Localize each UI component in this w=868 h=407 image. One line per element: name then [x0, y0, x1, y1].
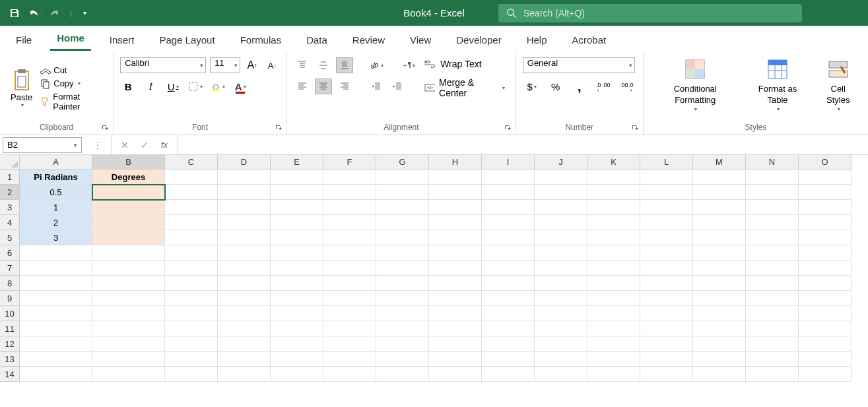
- cell[interactable]: [535, 276, 587, 291]
- tab-developer[interactable]: Developer: [450, 29, 508, 51]
- cell[interactable]: [20, 245, 92, 261]
- cell[interactable]: [376, 336, 429, 352]
- cell[interactable]: [92, 336, 165, 352]
- number-launcher-icon[interactable]: [631, 124, 639, 132]
- bold-button[interactable]: B: [120, 78, 136, 94]
- fill-color-button[interactable]: ▾: [210, 78, 226, 94]
- cell[interactable]: [376, 306, 429, 321]
- column-header[interactable]: H: [429, 155, 482, 170]
- cell[interactable]: [482, 230, 535, 245]
- row-header[interactable]: 9: [0, 291, 20, 306]
- cell[interactable]: [799, 291, 851, 306]
- cell[interactable]: [323, 291, 376, 306]
- cell[interactable]: [693, 245, 746, 261]
- cell[interactable]: [429, 245, 482, 261]
- cell[interactable]: [429, 215, 482, 230]
- cell[interactable]: [323, 261, 376, 276]
- wrap-text-button[interactable]: ab Wrap Text: [420, 57, 509, 71]
- qat-customize-button[interactable]: ▾: [77, 5, 93, 21]
- row-header[interactable]: 1: [0, 170, 20, 185]
- cell[interactable]: [587, 367, 640, 382]
- column-header[interactable]: M: [693, 155, 746, 170]
- cell[interactable]: [640, 321, 693, 336]
- cell[interactable]: [218, 352, 271, 367]
- cancel-formula-button[interactable]: ✕: [118, 139, 131, 152]
- cell[interactable]: [20, 367, 92, 382]
- column-header[interactable]: B: [92, 155, 165, 170]
- cell[interactable]: [693, 185, 746, 200]
- enter-formula-button[interactable]: ✓: [138, 139, 151, 152]
- search-input[interactable]: [523, 8, 794, 18]
- cell[interactable]: [323, 185, 376, 200]
- cell[interactable]: [429, 230, 482, 245]
- italic-button[interactable]: I: [143, 78, 158, 94]
- row-header[interactable]: 11: [0, 321, 20, 336]
- cell[interactable]: [640, 215, 693, 230]
- redo-button[interactable]: ▾: [49, 5, 65, 21]
- cell[interactable]: [323, 245, 376, 261]
- cell[interactable]: [693, 276, 746, 291]
- cell[interactable]: [693, 321, 746, 336]
- cell[interactable]: [587, 336, 640, 352]
- cell[interactable]: [746, 261, 799, 276]
- cell[interactable]: [323, 321, 376, 336]
- cell[interactable]: [746, 245, 799, 261]
- column-header[interactable]: K: [587, 155, 640, 170]
- cell[interactable]: [587, 276, 640, 291]
- cell[interactable]: [218, 336, 271, 352]
- cell[interactable]: [799, 321, 851, 336]
- cell[interactable]: [376, 367, 429, 382]
- cell-styles-button[interactable]: Cell Styles▾: [815, 57, 861, 113]
- cell[interactable]: [271, 276, 323, 291]
- cell[interactable]: [165, 185, 218, 200]
- cell[interactable]: [640, 230, 693, 245]
- cell[interactable]: [271, 185, 323, 200]
- cell-A3[interactable]: 1: [20, 200, 92, 215]
- alignment-launcher-icon[interactable]: [504, 124, 512, 132]
- cell[interactable]: [640, 245, 693, 261]
- cell[interactable]: [587, 291, 640, 306]
- align-center-button[interactable]: [315, 78, 332, 94]
- column-header[interactable]: O: [799, 155, 851, 170]
- cell-B2[interactable]: [92, 185, 165, 200]
- cell-A5[interactable]: 3: [20, 230, 92, 245]
- tab-formulas[interactable]: Formulas: [234, 29, 288, 51]
- cell[interactable]: [165, 276, 218, 291]
- number-format-combo[interactable]: General▾: [523, 57, 635, 73]
- cell[interactable]: [429, 170, 482, 185]
- cell[interactable]: [640, 336, 693, 352]
- cell[interactable]: [429, 352, 482, 367]
- tab-help[interactable]: Help: [520, 29, 554, 51]
- comma-format-button[interactable]: ,: [570, 78, 589, 94]
- cell[interactable]: [535, 170, 587, 185]
- cell[interactable]: [271, 245, 323, 261]
- cell[interactable]: [799, 170, 851, 185]
- name-box[interactable]: B2 ▾: [3, 137, 82, 153]
- cell[interactable]: [323, 276, 376, 291]
- copy-button[interactable]: Copy ▾: [40, 78, 106, 89]
- row-header[interactable]: 2: [0, 185, 20, 200]
- cell[interactable]: [587, 306, 640, 321]
- percent-format-button[interactable]: %: [547, 78, 565, 94]
- cell[interactable]: [482, 291, 535, 306]
- row-header[interactable]: 8: [0, 276, 20, 291]
- cell[interactable]: [376, 352, 429, 367]
- cell[interactable]: [429, 291, 482, 306]
- cell[interactable]: [165, 245, 218, 261]
- font-name-combo[interactable]: Calibri▾: [120, 57, 206, 73]
- row-header[interactable]: 13: [0, 352, 20, 367]
- cell[interactable]: [429, 200, 482, 215]
- cell[interactable]: [271, 367, 323, 382]
- cell[interactable]: [20, 352, 92, 367]
- column-header[interactable]: C: [165, 155, 218, 170]
- cell[interactable]: [218, 215, 271, 230]
- undo-button[interactable]: ▾: [28, 5, 44, 21]
- cell[interactable]: [482, 336, 535, 352]
- clipboard-launcher-icon[interactable]: [101, 124, 109, 132]
- row-header[interactable]: 14: [0, 367, 20, 382]
- column-header[interactable]: N: [746, 155, 799, 170]
- decrease-decimal-button[interactable]: .00.0: [618, 78, 636, 94]
- cell[interactable]: [376, 291, 429, 306]
- cell[interactable]: [218, 291, 271, 306]
- cell[interactable]: [535, 291, 587, 306]
